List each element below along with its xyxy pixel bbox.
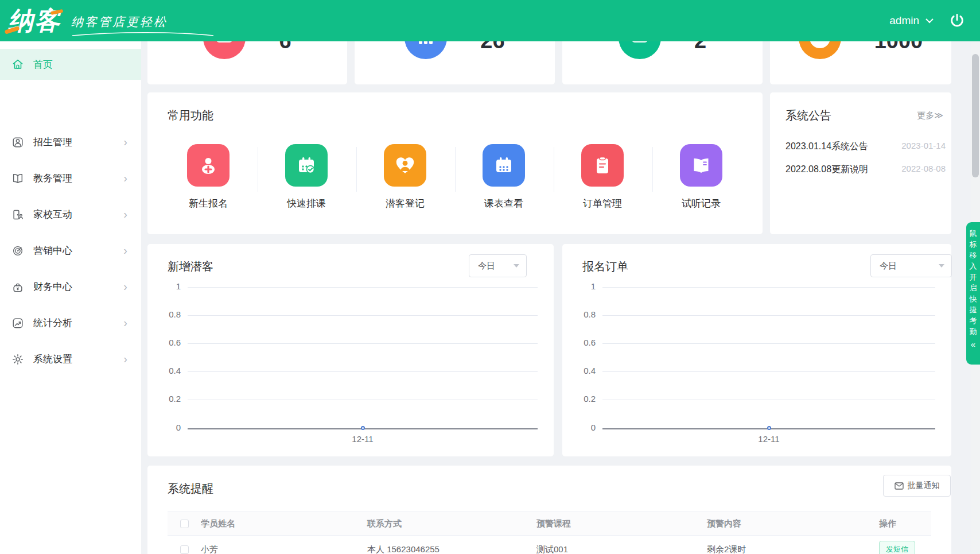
announcements-panel: 系统公告 更多≫ 2023.01.14系统公告 2023-01-14 2022.… — [770, 92, 951, 234]
chart-icon — [11, 317, 24, 330]
quick-functions-panel: 常用功能 新生报名 快速排课 — [147, 92, 763, 234]
chart-panel-new-leads: 新增潜客 今日 1 0.8 0.6 0.4 0.2 0 12-11 — [147, 244, 554, 456]
sidebar: 首页 招生管理 › 教务管理 › 家校互动 › — [0, 41, 141, 554]
logo-text: 纳客 — [8, 8, 61, 33]
chevron-right-icon: › — [123, 172, 127, 185]
grid-line — [188, 315, 538, 316]
logo: 纳客 纳客管店更轻松 — [0, 8, 168, 33]
quick-tile-trial-records[interactable]: 试听记录 — [661, 144, 741, 210]
tab-text: 鼠标移入 — [966, 228, 980, 272]
y-tick-label: 0.8 — [147, 309, 181, 319]
sidebar-item-label: 营销中心 — [33, 244, 72, 257]
sidebar-item-enrollment[interactable]: 招生管理 › — [0, 124, 141, 160]
divider — [554, 147, 554, 192]
select-all-checkbox[interactable] — [180, 520, 189, 528]
scrollbar-thumb[interactable] — [972, 54, 979, 177]
quick-tile-label: 潜客登记 — [365, 197, 445, 210]
batch-notify-button[interactable]: 批量通知 — [883, 475, 951, 497]
table-row: 小芳 本人 15623046255 测试001 剩余2课时 发短信 — [168, 536, 931, 554]
announcement-title: 2023.01.14系统公告 — [785, 141, 868, 153]
reminders-table: 学员姓名 联系方式 预警课程 预警内容 操作 小芳 本人 15623046255… — [168, 512, 931, 554]
envelope-icon — [895, 482, 904, 490]
grid-line — [188, 371, 538, 372]
quick-tile-lead-register[interactable]: 潜客登记 — [365, 144, 445, 210]
student-name: 小芳 — [201, 544, 367, 554]
y-tick-label: 0.4 — [147, 366, 181, 375]
chevron-right-icon: › — [123, 352, 127, 366]
sidebar-item-label: 首页 — [33, 58, 53, 71]
data-point[interactable] — [767, 426, 771, 430]
app-header: 纳客 纳客管店更轻松 admin — [0, 0, 980, 41]
y-tick-label: 0.4 — [562, 366, 596, 375]
sidebar-item-label: 招生管理 — [33, 135, 72, 149]
column-header: 操作 — [879, 518, 925, 529]
tagline-underline — [71, 31, 215, 37]
quick-tile-label: 新生报名 — [168, 197, 248, 210]
y-tick-label: 1 — [147, 281, 181, 291]
table-header-row: 学员姓名 联系方式 预警课程 预警内容 操作 — [168, 512, 931, 536]
chevron-right-icon: › — [123, 244, 127, 257]
person-icon — [11, 136, 24, 149]
line-chart: 1 0.8 0.6 0.4 0.2 0 12-11 — [147, 244, 554, 456]
grid-line — [602, 400, 935, 400]
x-tick-label: 12-11 — [602, 434, 935, 444]
announcement-item[interactable]: 2022.08.08更新说明 2022-08-08 — [785, 164, 946, 176]
username: admin — [889, 14, 919, 27]
announcement-title: 2022.08.08更新说明 — [785, 164, 868, 176]
grid-line — [188, 287, 538, 288]
grid-line — [602, 343, 935, 344]
person-plus-icon — [187, 144, 230, 187]
sidebar-item-label: 统计分析 — [33, 316, 72, 330]
announcement-item[interactable]: 2023.01.14系统公告 2023-01-14 — [785, 141, 946, 153]
sidebar-item-finance[interactable]: 财务中心 › — [0, 269, 141, 305]
sidebar-item-label: 系统设置 — [33, 352, 72, 366]
chevron-right-icon: › — [123, 208, 127, 221]
sidebar-item-home[interactable]: 首页 — [0, 49, 141, 80]
user-menu[interactable]: admin — [889, 14, 934, 27]
y-tick-label: 0 — [562, 423, 596, 432]
logout-power-icon[interactable] — [949, 13, 965, 29]
clipboard-icon — [581, 144, 624, 187]
chart-panel-orders: 报名订单 今日 1 0.8 0.6 0.4 0.2 0 12-11 — [562, 244, 951, 456]
quick-tile-label: 订单管理 — [562, 197, 643, 210]
y-tick-label: 1 — [562, 281, 596, 291]
collapse-left-icon: « — [966, 339, 980, 349]
gear-icon — [11, 353, 24, 366]
calendar-icon — [483, 144, 525, 187]
panel-title: 系统公告 — [785, 108, 831, 123]
target-icon — [11, 245, 24, 257]
send-sms-button[interactable]: 发短信 — [879, 541, 915, 554]
data-point[interactable] — [361, 426, 365, 430]
warning-content: 剩余2课时 — [707, 544, 879, 554]
grid-line — [602, 315, 935, 316]
x-axis-line — [602, 428, 935, 429]
quick-tile-timetable[interactable]: 课表查看 — [464, 144, 544, 210]
grid-line — [188, 343, 538, 344]
sidebar-item-statistics[interactable]: 统计分析 › — [0, 305, 141, 341]
quick-attendance-tab[interactable]: 鼠标移入 开启快捷考勤 « — [966, 222, 980, 365]
sidebar-item-academic[interactable]: 教务管理 › — [0, 160, 141, 196]
sidebar-item-home-school[interactable]: 家校互动 › — [0, 196, 141, 233]
home-icon — [11, 58, 24, 71]
heart-person-icon — [384, 144, 426, 187]
quick-tile-orders[interactable]: 订单管理 — [562, 144, 643, 210]
quick-tile-quick-schedule[interactable]: 快速排课 — [266, 144, 347, 210]
divider — [455, 147, 456, 192]
sidebar-item-label: 家校互动 — [33, 208, 72, 221]
y-tick-label: 0.2 — [147, 394, 181, 404]
purse-yen-icon — [11, 281, 24, 293]
quick-tile-new-student[interactable]: 新生报名 — [168, 144, 248, 210]
y-tick-label: 0.6 — [147, 338, 181, 347]
panel-title: 常用功能 — [168, 108, 213, 123]
grid-line — [602, 287, 935, 288]
y-tick-label: 0.6 — [562, 338, 596, 347]
calendar-check-icon — [285, 144, 328, 187]
line-chart: 1 0.8 0.6 0.4 0.2 0 12-11 — [562, 244, 951, 456]
sidebar-item-marketing[interactable]: 营销中心 › — [0, 233, 141, 269]
chevron-right-icon: › — [123, 316, 127, 330]
announcement-date: 2023-01-14 — [901, 141, 946, 153]
more-link[interactable]: 更多≫ — [917, 110, 943, 121]
column-header: 预警课程 — [536, 518, 707, 529]
sidebar-item-settings[interactable]: 系统设置 › — [0, 341, 141, 377]
row-checkbox[interactable] — [180, 545, 189, 554]
